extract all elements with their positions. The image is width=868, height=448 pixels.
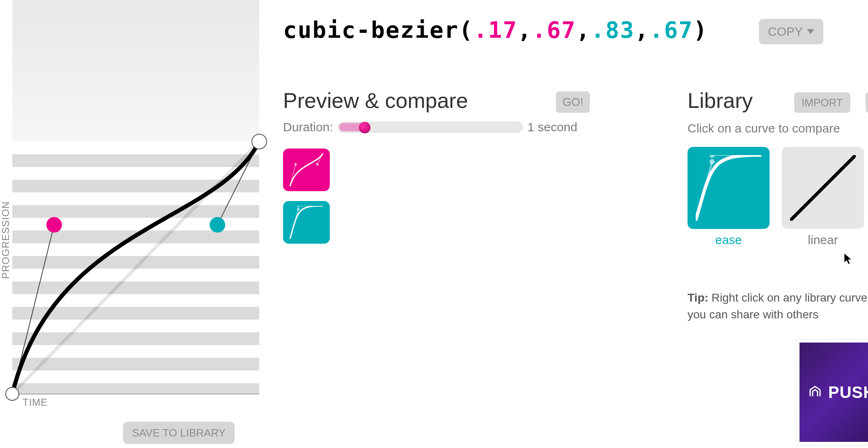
library-label-linear: linear	[808, 233, 838, 247]
canvas-overflow-top	[12, 0, 259, 142]
svg-point-3	[316, 163, 318, 165]
p1y-value: .67	[532, 16, 576, 43]
library-label-ease: ease	[715, 233, 742, 247]
library-grid: ease linear	[688, 147, 864, 247]
library-tile-ease	[688, 147, 770, 229]
preview-thumb-current[interactable]	[283, 149, 330, 191]
ad-box[interactable]: PUSH	[796, 339, 868, 446]
p2x-value: .83	[591, 16, 635, 43]
duration-row: Duration: 1 second	[283, 120, 578, 134]
p2y-value: .67	[649, 16, 693, 43]
library-tip-prefix: Tip:	[688, 291, 708, 304]
control-point-p2[interactable]	[210, 217, 225, 233]
svg-point-2	[294, 163, 297, 165]
axis-x-line	[12, 394, 259, 394]
svg-point-10	[710, 159, 715, 165]
preview-heading: Preview & compare	[283, 88, 468, 113]
p1x-value: .17	[473, 16, 517, 43]
library-item-ease[interactable]: ease	[688, 147, 770, 247]
ad-brand-text: PUSH	[828, 383, 868, 402]
right-panel: cubic-bezier(.17,.67,.83,.67) COPY Previ…	[271, 0, 868, 448]
export-button-partial[interactable]	[866, 92, 868, 113]
axis-x-label: TIME	[23, 397, 48, 408]
copy-button-label: COPY	[768, 25, 803, 39]
duration-slider-thumb[interactable]	[359, 122, 370, 133]
save-to-library-button[interactable]: SAVE TO LIBRARY	[123, 422, 235, 444]
import-button[interactable]: IMPORT	[794, 92, 850, 113]
bezier-curve-svg[interactable]	[12, 142, 259, 394]
endpoint-start-dot	[6, 387, 19, 400]
mouse-cursor-icon	[844, 253, 853, 265]
function-name: cubic-bezier	[283, 16, 459, 43]
bezier-code-string: cubic-bezier(.17,.67,.83,.67)	[283, 16, 708, 43]
preview-thumb-compare[interactable]	[283, 201, 330, 244]
duration-label: Duration:	[283, 120, 333, 134]
preview-thumbnails	[283, 149, 330, 244]
endpoint-end-dot	[252, 134, 267, 149]
library-subheading: Click on a curve to compare	[688, 121, 840, 135]
copy-button[interactable]: COPY	[759, 19, 823, 44]
control-point-p1[interactable]	[46, 217, 62, 233]
svg-point-7	[297, 206, 299, 207]
ad-banner: PUSH	[799, 343, 868, 442]
bezier-canvas: PROGRESSION TIME SAVE TO LIBRARY	[0, 0, 263, 448]
library-tip-text: Right click on any library curve you can…	[688, 291, 867, 321]
ad-logo-icon	[807, 384, 823, 400]
library-tile-linear	[782, 147, 864, 229]
svg-point-6	[297, 208, 299, 210]
go-button[interactable]: GO!	[556, 91, 590, 113]
svg-point-11	[710, 155, 715, 158]
library-tip: Tip: Right click on any library curve yo…	[688, 290, 868, 323]
duration-display: 1 second	[528, 120, 578, 134]
chevron-down-icon	[807, 29, 814, 34]
duration-slider[interactable]	[338, 122, 523, 133]
axis-y-label: PROGRESSION	[0, 201, 11, 279]
library-heading: Library	[688, 88, 753, 113]
library-item-linear[interactable]: linear	[782, 147, 864, 247]
linear-reference-line	[12, 142, 259, 394]
